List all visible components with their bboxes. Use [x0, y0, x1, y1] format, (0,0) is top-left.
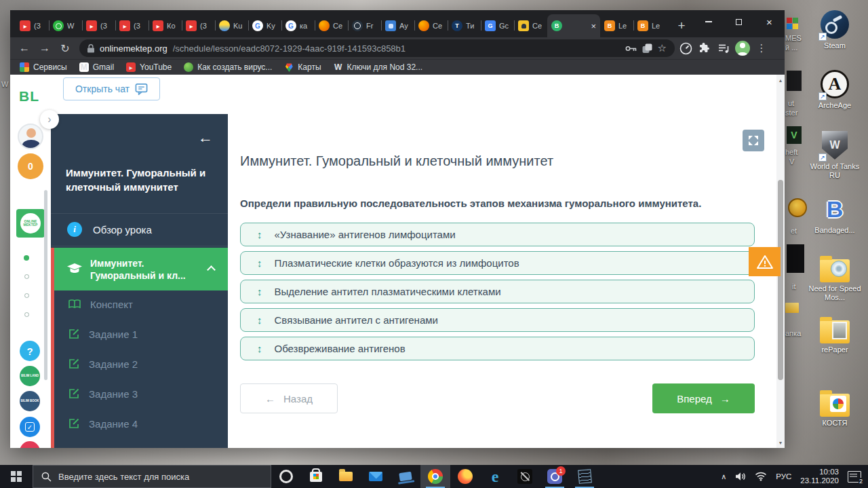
browser-tab[interactable]: Се [315, 14, 348, 37]
tab-close-icon[interactable]: × [591, 21, 596, 31]
browser-tab[interactable]: (3 [16, 14, 49, 37]
browser-tab[interactable]: Се [414, 14, 448, 37]
taskbar-messenger[interactable]: 1 [540, 465, 570, 488]
coins-badge[interactable]: 0 [18, 153, 43, 179]
browser-tab[interactable]: W [49, 14, 82, 37]
bookmark-maps[interactable]: Карты [284, 62, 321, 72]
start-button[interactable] [0, 465, 33, 488]
twig-app-icon[interactable]: Twig [20, 441, 40, 448]
extensions-puzzle-icon[interactable] [696, 40, 713, 56]
gta-icon-fragment[interactable]: V [787, 126, 802, 144]
browser-tab[interactable]: Се [514, 14, 547, 37]
wifi-icon[interactable] [755, 472, 767, 481]
vpn-extension-icon[interactable] [677, 40, 694, 56]
nav-item-notes[interactable]: Конспект [51, 289, 228, 319]
scroll-down-icon[interactable]: ▼ [776, 438, 785, 447]
taskbar-chrome-active[interactable] [420, 465, 450, 488]
desktop-icon-repaper[interactable]: rePaper [808, 320, 861, 354]
bookmark-youtube[interactable]: YouTube [126, 62, 172, 72]
next-button[interactable]: Вперед → [652, 383, 755, 413]
search-input[interactable] [58, 472, 248, 482]
browser-tab[interactable]: Le [600, 14, 633, 37]
cube-game-icon[interactable] [787, 18, 798, 29]
desktop-icon-kostya[interactable]: КОСТЯ [808, 394, 861, 428]
minimize-button[interactable] [693, 10, 724, 33]
scrollbar-thumb[interactable] [778, 180, 783, 380]
bilimbook-app-icon[interactable]: BILIM BOOK [20, 391, 40, 411]
browser-tab[interactable]: Le [633, 14, 667, 37]
nav-item-active-topic[interactable]: Иммунитет.Гуморальный и кл... [54, 248, 228, 290]
fullscreen-button[interactable] [743, 130, 764, 151]
browser-tab[interactable]: Ay [381, 14, 414, 37]
taskbar-store[interactable] [301, 465, 331, 488]
desktop-icon-steam[interactable]: ↗ Steam [808, 10, 861, 50]
nav-item-task-3[interactable]: Задание 3 [51, 379, 228, 409]
nav-item-task-4[interactable]: Задание 4 [51, 409, 228, 438]
open-chat-button[interactable]: Открыть чат [63, 77, 160, 100]
language-indicator[interactable]: РУС [776, 472, 791, 481]
browser-tab[interactable]: Gc [481, 14, 514, 37]
nav-item-overview[interactable]: i Обзор урока [51, 213, 228, 246]
drag-handle-icon[interactable]: ↕ [257, 286, 262, 297]
drag-handle-icon[interactable]: ↕ [257, 314, 262, 326]
bookmark-virus[interactable]: Как создать вирус... [184, 62, 272, 72]
drag-handle-icon[interactable]: ↕ [257, 343, 262, 354]
sidebar-expand-chevron[interactable]: › [40, 110, 59, 129]
action-center-icon[interactable]: 2 [848, 471, 861, 483]
browser-tab[interactable]: ка [281, 14, 315, 37]
taskbar-pc[interactable] [391, 465, 420, 488]
browser-reload-button[interactable]: ↻ [56, 39, 74, 57]
browser-tab[interactable]: Ku [215, 14, 248, 37]
coin-game-icon[interactable] [788, 198, 807, 217]
sidebar-scrollbar[interactable] [44, 190, 47, 380]
desktop-icon-archeage[interactable]: A↗ ArcheAge [808, 69, 861, 110]
desktop-icon-bandaged[interactable]: B Bandaged... [808, 194, 861, 235]
browser-tab[interactable]: (3 [115, 14, 149, 37]
browser-tab[interactable]: (3 [82, 14, 115, 37]
speaker-icon[interactable] [735, 472, 746, 481]
browser-forward-button[interactable]: → [36, 39, 54, 57]
bookmark-gmail[interactable]: MGmail [79, 62, 114, 72]
nav-back-arrow[interactable]: ← [198, 129, 213, 147]
sortable-option-3[interactable]: ↕ Выделение антител плазматическими клет… [240, 280, 755, 303]
browser-tab[interactable]: (3 [182, 14, 215, 37]
taskbar-search[interactable] [33, 465, 271, 488]
scroll-up-icon[interactable]: ▲ [776, 76, 785, 84]
step-dot[interactable] [24, 312, 29, 317]
profile-avatar[interactable] [734, 40, 751, 56]
password-key-icon[interactable] [625, 45, 637, 52]
bookmark-star-icon[interactable]: ☆ [658, 42, 667, 54]
help-button[interactable]: ? [20, 341, 40, 361]
browser-tab[interactable]: Ти [448, 14, 481, 37]
bilimland-app-icon[interactable]: BILIM LAND [20, 366, 40, 386]
sortable-option-1[interactable]: ↕ «Узнавание» антигенов лимфоцитами [240, 223, 755, 246]
step-dot[interactable] [24, 274, 29, 279]
tray-chevron-icon[interactable]: ∧ [721, 472, 726, 481]
sortable-option-2[interactable]: ↕ Плазматические клетки образуются из ли… [240, 251, 755, 275]
taskbar-notepad[interactable] [570, 465, 599, 488]
taskbar-firefox[interactable] [450, 465, 480, 488]
online-mektep-logo[interactable]: ONLINE MEKTEP [16, 209, 45, 238]
browser-tab-active[interactable]: × [547, 14, 600, 37]
close-button[interactable]: × [754, 10, 785, 33]
playlist-extension-icon[interactable] [715, 40, 732, 56]
browser-tab[interactable]: Fr [348, 14, 381, 37]
clock[interactable]: 10:03 23.11.2020 [800, 468, 839, 485]
taskbar-opera[interactable] [271, 465, 301, 488]
drag-handle-icon[interactable]: ↕ [257, 229, 262, 240]
sortable-option-4[interactable]: ↕ Связывание антител с антигенами [240, 308, 755, 332]
browser-menu-icon[interactable]: ⋮ [753, 40, 770, 56]
desktop-icon-need-for-speed[interactable]: Need for Speed Mos... [808, 259, 861, 302]
imektep-app-icon[interactable]: ✓ [20, 417, 40, 437]
back-button[interactable]: ← Назад [240, 383, 338, 413]
taskbar-explorer[interactable] [331, 465, 361, 488]
taskbar-mail[interactable] [361, 465, 391, 488]
desktop-icon-world-of-tanks[interactable]: W↗ World of Tanks RU [808, 130, 861, 180]
taskbar-capture-app[interactable] [510, 465, 540, 488]
step-dot-active[interactable] [24, 255, 29, 261]
game-icon-fragment[interactable] [787, 244, 804, 273]
nav-item-task-1[interactable]: Задание 1 [51, 319, 228, 349]
translate-page-icon[interactable] [642, 43, 652, 54]
browser-tab[interactable]: Ко [149, 14, 182, 37]
new-tab-button[interactable]: + [672, 16, 691, 35]
